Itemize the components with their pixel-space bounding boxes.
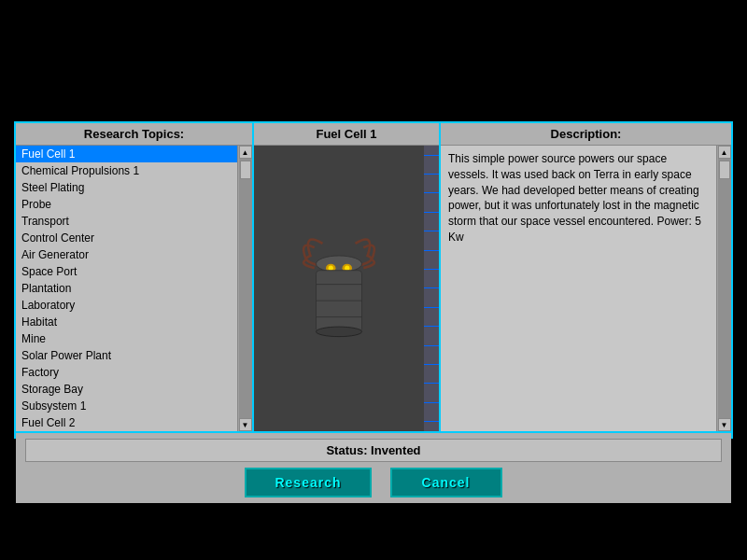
topics-scrollbar[interactable]: ▲ ▼ (237, 146, 252, 431)
topics-list: Fuel Cell 1Chemical Propulsions 1Steel P… (16, 146, 237, 431)
topic-list-item[interactable]: Mine (16, 330, 237, 347)
scrollbar-thumb[interactable] (240, 161, 251, 179)
topic-list-item[interactable]: Chemical Propulsions 1 (16, 162, 237, 179)
topic-list-item[interactable]: Factory (16, 364, 237, 381)
status-bar: Status: Invented (25, 439, 722, 462)
item-title: Fuel Cell 1 (254, 123, 439, 146)
topic-list-item[interactable]: Steel Plating (16, 179, 237, 196)
topics-header: Research Topics: (16, 123, 252, 146)
topic-list-item[interactable]: Habitat (16, 314, 237, 330)
description-panel: Description: This simple power source po… (441, 123, 731, 431)
scrollbar-track (239, 159, 252, 418)
scrollbar-up-button[interactable]: ▲ (239, 146, 252, 159)
topic-list-item[interactable]: Fuel Cell 1 (16, 146, 237, 162)
topic-list-item[interactable]: Laboratory (16, 297, 237, 314)
scrollbar-down-button[interactable]: ▼ (239, 418, 252, 431)
description-header: Description: (441, 123, 731, 146)
topic-list-item[interactable]: Fuel Cell 2 (16, 414, 237, 431)
description-scrollbar[interactable]: ▲ ▼ (716, 146, 731, 431)
dialog-main-area: Research Topics: Fuel Cell 1Chemical Pro… (16, 123, 731, 433)
svg-point-4 (345, 266, 349, 271)
desc-scrollbar-down[interactable]: ▼ (718, 418, 731, 431)
cancel-button[interactable]: Cancel (390, 468, 502, 497)
item-image-area (254, 146, 424, 431)
description-text: This simple power source powers our spac… (441, 146, 716, 431)
topic-list-item[interactable]: Subsystem 1 (16, 398, 237, 414)
dialog-bottom: Status: Invented Research Cancel (16, 433, 731, 503)
fuel-cell-image (283, 223, 395, 354)
svg-point-0 (317, 256, 362, 273)
topic-list-item[interactable]: Storage Bay (16, 381, 237, 398)
topic-list-item[interactable]: Space Port (16, 263, 237, 280)
desc-scrollbar-track (718, 159, 731, 418)
topic-list-item[interactable]: Solar Power Plant (16, 347, 237, 364)
topic-list-item[interactable]: Transport (16, 213, 237, 230)
svg-point-9 (317, 327, 362, 337)
topics-list-container: Fuel Cell 1Chemical Propulsions 1Steel P… (16, 146, 252, 431)
item-image-panel: Fuel Cell 1 (254, 123, 441, 431)
desc-scrollbar-thumb[interactable] (719, 161, 730, 179)
image-panel-lines (424, 146, 439, 431)
topic-list-item[interactable]: Control Center (16, 230, 237, 246)
research-dialog: Research Topics: Fuel Cell 1Chemical Pro… (14, 121, 733, 439)
description-container: This simple power source powers our spac… (441, 146, 731, 431)
topic-list-item[interactable]: Air Generator (16, 246, 237, 263)
research-topics-panel: Research Topics: Fuel Cell 1Chemical Pro… (16, 123, 254, 431)
research-button[interactable]: Research (245, 468, 371, 497)
topic-list-item[interactable]: Probe (16, 196, 237, 213)
svg-point-3 (329, 266, 333, 271)
topic-list-item[interactable]: Plantation (16, 280, 237, 297)
desc-scrollbar-up[interactable]: ▲ (718, 146, 731, 159)
button-row: Research Cancel (245, 468, 501, 497)
